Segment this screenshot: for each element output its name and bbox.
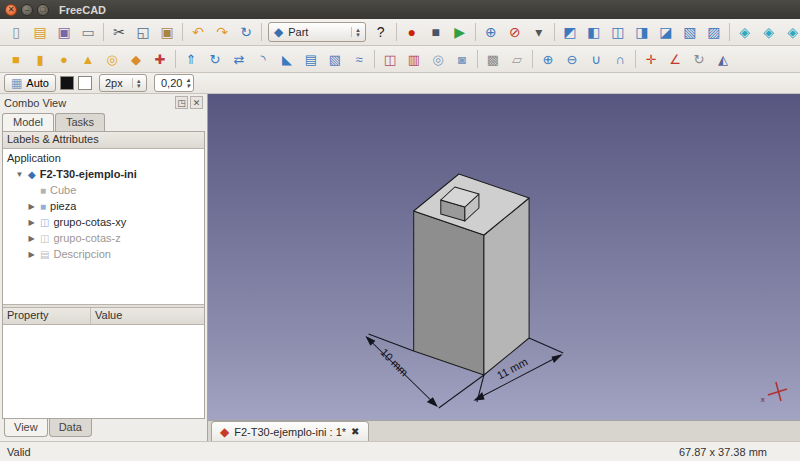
shape-builder-icon[interactable]: ✚ bbox=[148, 48, 172, 70]
extension-line bbox=[529, 338, 563, 353]
combo-view-header[interactable]: Combo View ◳ ✕ bbox=[0, 94, 207, 111]
expander-icon[interactable]: ▼ bbox=[15, 170, 24, 179]
line-color-swatch[interactable] bbox=[60, 76, 74, 90]
view-right-icon[interactable]: ◨ bbox=[630, 21, 654, 43]
view-front-icon[interactable]: ◧ bbox=[582, 21, 606, 43]
chamfer-icon[interactable]: ◣ bbox=[275, 48, 299, 70]
measure-toggle-icon[interactable]: ◭ bbox=[711, 48, 735, 70]
offset-3d-icon[interactable]: ◎ bbox=[426, 48, 450, 70]
tab-view[interactable]: View bbox=[4, 419, 48, 437]
copy-icon[interactable]: ◱ bbox=[131, 21, 155, 43]
part-cylinder-icon[interactable]: ▮ bbox=[28, 48, 52, 70]
view-axonometric-icon[interactable]: ◩ bbox=[558, 21, 582, 43]
3d-viewport[interactable]: 10 mm 11 mm x bbox=[208, 94, 800, 420]
new-document-icon[interactable]: ▯ bbox=[4, 21, 28, 43]
close-window-button[interactable]: ✕ bbox=[5, 4, 17, 16]
part-torus-icon[interactable]: ◎ bbox=[100, 48, 124, 70]
thickness-icon[interactable]: ◙ bbox=[450, 48, 474, 70]
view-bottom-icon[interactable]: ▧ bbox=[678, 21, 702, 43]
part-primitives-icon[interactable]: ◆ bbox=[124, 48, 148, 70]
expander-icon[interactable]: ▶ bbox=[27, 202, 36, 211]
part-sphere-icon[interactable]: ● bbox=[52, 48, 76, 70]
scale-spinbox[interactable]: 0,20 ▴▾ bbox=[154, 74, 194, 92]
boolean-cut-icon[interactable]: ⊖ bbox=[560, 48, 584, 70]
print-icon[interactable]: ▭ bbox=[76, 21, 100, 43]
3d-box-model[interactable] bbox=[414, 174, 529, 375]
measure-angular-icon[interactable]: ∠ bbox=[663, 48, 687, 70]
line-width-arrow-icon[interactable]: ▴▾ bbox=[132, 78, 141, 88]
fillet-icon[interactable]: ◝ bbox=[251, 48, 275, 70]
auto-working-plane-button[interactable]: ▦ Auto bbox=[4, 74, 56, 92]
explode-compound-icon[interactable]: ▱ bbox=[505, 48, 529, 70]
face-color-swatch[interactable] bbox=[78, 76, 92, 90]
part-cone-icon[interactable]: ▲ bbox=[76, 48, 100, 70]
macro-stop-icon[interactable]: ■ bbox=[424, 21, 448, 43]
float-panel-icon[interactable]: ◳ bbox=[175, 96, 188, 109]
part-box-icon[interactable]: ■ bbox=[4, 48, 28, 70]
line-width-selector[interactable]: 2px ▴▾ bbox=[99, 74, 147, 92]
tree-item-grupo-cotas-xy[interactable]: ▶ ◫ grupo-cotas-xy bbox=[3, 214, 204, 230]
texture-view-icon[interactable]: ◈ bbox=[781, 21, 800, 43]
tab-tasks[interactable]: Tasks bbox=[55, 113, 105, 131]
zoom-fit-icon[interactable]: ⊕ bbox=[479, 21, 503, 43]
whats-this-icon[interactable]: ? bbox=[369, 21, 393, 43]
view-left-icon[interactable]: ▨ bbox=[702, 21, 726, 43]
zoom-options-arrow-icon[interactable]: ▾ bbox=[527, 21, 551, 43]
revolve-icon[interactable]: ↻ bbox=[203, 48, 227, 70]
cross-sections-icon[interactable]: ▥ bbox=[402, 48, 426, 70]
tree-item-label: grupo-cotas-z bbox=[53, 232, 120, 244]
save-icon[interactable]: ▣ bbox=[52, 21, 76, 43]
section-icon[interactable]: ◫ bbox=[378, 48, 402, 70]
undo-icon[interactable]: ↶ bbox=[186, 21, 210, 43]
make-compound-icon[interactable]: ▩ bbox=[481, 48, 505, 70]
cursor-coordinates: 67.87 x 37.38 mm bbox=[679, 446, 767, 458]
tree-item-application[interactable]: Application bbox=[3, 150, 204, 166]
view-rear-icon[interactable]: ◪ bbox=[654, 21, 678, 43]
maximize-window-button[interactable]: □ bbox=[37, 4, 49, 16]
tree-item-cube[interactable]: ■ Cube bbox=[3, 182, 204, 198]
open-folder-icon[interactable]: ▤ bbox=[28, 21, 52, 43]
view-top-icon[interactable]: ◫ bbox=[606, 21, 630, 43]
redo-icon[interactable]: ↷ bbox=[210, 21, 234, 43]
boolean-intersection-icon[interactable]: ∩ bbox=[608, 48, 632, 70]
workbench-selector[interactable]: ◆ Part ▴▾ bbox=[268, 22, 366, 42]
measure-linear-icon[interactable]: ✛ bbox=[639, 48, 663, 70]
expander-icon[interactable]: ▶ bbox=[27, 218, 36, 227]
close-panel-icon[interactable]: ✕ bbox=[190, 96, 203, 109]
ruled-surface-icon[interactable]: ▤ bbox=[299, 48, 323, 70]
extrude-icon[interactable]: ⇑ bbox=[179, 48, 203, 70]
titlebar[interactable]: ✕ – □ FreeCAD bbox=[0, 0, 800, 19]
combo-arrows-icon[interactable]: ▴▾ bbox=[351, 27, 360, 37]
box-left-face[interactable] bbox=[414, 211, 484, 375]
cut-icon[interactable]: ✂ bbox=[107, 21, 131, 43]
draw-style-icon[interactable]: ◈ bbox=[757, 21, 781, 43]
property-table-body[interactable] bbox=[3, 325, 204, 418]
spinbox-arrows-icon[interactable]: ▴▾ bbox=[186, 77, 190, 89]
tree-item-document[interactable]: ▼ ◆ F2-T30-ejemplo-ini bbox=[3, 166, 204, 182]
line-width-value: 2px bbox=[105, 77, 127, 89]
minimize-window-button[interactable]: – bbox=[21, 4, 33, 16]
axis-cross-indicator: x bbox=[761, 382, 787, 404]
tree-item-pieza[interactable]: ▶ ■ pieza bbox=[3, 198, 204, 214]
tree-item-descripcion[interactable]: ▶ ▤ Descripcion bbox=[3, 246, 204, 262]
refresh-icon[interactable]: ↻ bbox=[234, 21, 258, 43]
measure-refresh-icon[interactable]: ↻ bbox=[687, 48, 711, 70]
tree-item-grupo-cotas-z[interactable]: ▶ ◫ grupo-cotas-z bbox=[3, 230, 204, 246]
tab-model[interactable]: Model bbox=[2, 113, 54, 131]
macro-execute-icon[interactable]: ▶ bbox=[448, 21, 472, 43]
zoom-disabled-icon[interactable]: ⊘ bbox=[503, 21, 527, 43]
boolean-operation-icon[interactable]: ⊕ bbox=[536, 48, 560, 70]
expander-icon[interactable]: ▶ bbox=[27, 250, 36, 259]
expander-icon[interactable]: ▶ bbox=[27, 234, 36, 243]
loft-icon[interactable]: ▧ bbox=[323, 48, 347, 70]
tab-data[interactable]: Data bbox=[49, 419, 92, 437]
macro-record-icon[interactable]: ● bbox=[400, 21, 424, 43]
document-tab[interactable]: ◆ F2-T30-ejemplo-ini : 1* ✖ bbox=[211, 421, 369, 441]
sweep-icon[interactable]: ≈ bbox=[347, 48, 371, 70]
close-document-icon[interactable]: ✖ bbox=[351, 426, 359, 437]
paste-icon[interactable]: ▣ bbox=[155, 21, 179, 43]
boolean-union-icon[interactable]: ∪ bbox=[584, 48, 608, 70]
clipping-plane-icon[interactable]: ◈ bbox=[733, 21, 757, 43]
mirror-icon[interactable]: ⇄ bbox=[227, 48, 251, 70]
tree-columns-header: Labels & Attributes bbox=[3, 132, 204, 149]
